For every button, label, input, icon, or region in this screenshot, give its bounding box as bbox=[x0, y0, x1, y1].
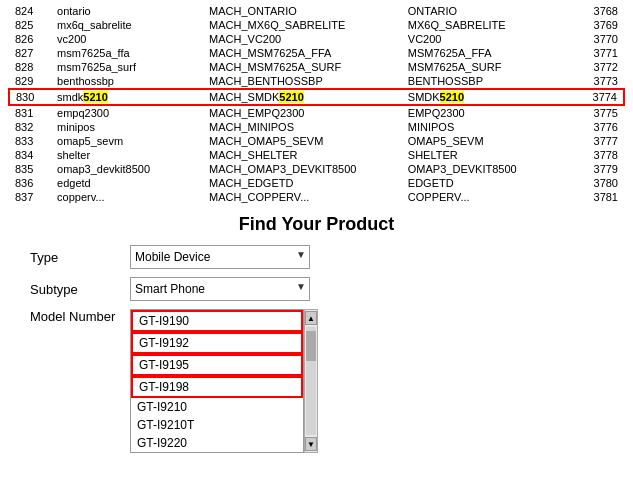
data-table-section: 824ontarioMACH_ONTARIOONTARIO3768825mx6q… bbox=[0, 0, 633, 208]
type-select[interactable]: Mobile DeviceDesktopLaptopTablet bbox=[130, 245, 310, 269]
row-num: 833 bbox=[9, 134, 51, 148]
row-name: omap5_sevm bbox=[51, 134, 203, 148]
row-id: 3775 bbox=[566, 105, 625, 120]
table-row: 832miniposMACH_MINIPOSMINIPOS3776 bbox=[9, 120, 624, 134]
row-id: 3778 bbox=[566, 148, 625, 162]
row-id: 3780 bbox=[566, 176, 625, 190]
row-short: MINIPOS bbox=[402, 120, 566, 134]
table-row: 830smdk5210MACH_SMDK5210SMDK52103774 bbox=[9, 89, 624, 105]
table-row: 827msm7625a_ffaMACH_MSM7625A_FFAMSM7625A… bbox=[9, 46, 624, 60]
row-short: EDGETD bbox=[402, 176, 566, 190]
type-label: Type bbox=[20, 250, 130, 265]
row-num: 825 bbox=[9, 18, 51, 32]
table-row: 826vc200MACH_VC200VC2003770 bbox=[9, 32, 624, 46]
table-row: 824ontarioMACH_ONTARIOONTARIO3768 bbox=[9, 4, 624, 18]
row-mach: MACH_EMPQ2300 bbox=[203, 105, 402, 120]
row-num: 830 bbox=[9, 89, 51, 105]
row-num: 828 bbox=[9, 60, 51, 74]
table-row: 831empq2300MACH_EMPQ2300EMPQ23003775 bbox=[9, 105, 624, 120]
row-num: 837 bbox=[9, 190, 51, 204]
scrollbar-track bbox=[306, 327, 316, 435]
row-short: EMPQ2300 bbox=[402, 105, 566, 120]
list-item[interactable]: GT-I9192 bbox=[131, 332, 303, 354]
row-name: vc200 bbox=[51, 32, 203, 46]
row-mach: MACH_ONTARIO bbox=[203, 4, 402, 18]
row-name: omap3_devkit8500 bbox=[51, 162, 203, 176]
row-id: 3770 bbox=[566, 32, 625, 46]
row-short: MX6Q_SABRELITE bbox=[402, 18, 566, 32]
scrollbar-thumb[interactable] bbox=[306, 331, 316, 361]
row-name: shelter bbox=[51, 148, 203, 162]
row-num: 827 bbox=[9, 46, 51, 60]
find-product-section: Find Your Product Type Mobile DeviceDesk… bbox=[0, 214, 633, 453]
row-mach: MACH_MINIPOS bbox=[203, 120, 402, 134]
row-id: 3768 bbox=[566, 4, 625, 18]
table-row: 836edgetdMACH_EDGETDEDGETD3780 bbox=[9, 176, 624, 190]
list-item[interactable]: GT-I9210 bbox=[131, 398, 303, 416]
subtype-label: Subtype bbox=[20, 282, 130, 297]
row-id: 3781 bbox=[566, 190, 625, 204]
row-num: 829 bbox=[9, 74, 51, 89]
row-id: 3779 bbox=[566, 162, 625, 176]
row-name: msm7625a_surf bbox=[51, 60, 203, 74]
row-name: msm7625a_ffa bbox=[51, 46, 203, 60]
highlight-text: 5210 bbox=[279, 91, 303, 103]
row-name: empq2300 bbox=[51, 105, 203, 120]
row-mach: MACH_COPPERV... bbox=[203, 190, 402, 204]
row-num: 826 bbox=[9, 32, 51, 46]
row-num: 831 bbox=[9, 105, 51, 120]
table-row: 835omap3_devkit8500MACH_OMAP3_DEVKIT8500… bbox=[9, 162, 624, 176]
row-name: minipos bbox=[51, 120, 203, 134]
list-item[interactable]: GT-I9210T bbox=[131, 416, 303, 434]
row-mach: MACH_OMAP3_DEVKIT8500 bbox=[203, 162, 402, 176]
subtype-row: Subtype Smart PhoneFeature PhoneOther bbox=[20, 277, 613, 301]
row-name: ontario bbox=[51, 4, 203, 18]
row-short: BENTHOSSBP bbox=[402, 74, 566, 89]
table-row: 837copperv...MACH_COPPERV...COPPERV...37… bbox=[9, 190, 624, 204]
row-short: SMDK5210 bbox=[402, 89, 566, 105]
scrollbar-up-button[interactable]: ▲ bbox=[305, 311, 317, 325]
row-short: OMAP5_SEVM bbox=[402, 134, 566, 148]
row-mach: MACH_EDGETD bbox=[203, 176, 402, 190]
row-num: 835 bbox=[9, 162, 51, 176]
model-listbox[interactable]: GT-I9190GT-I9192GT-I9195GT-I9198GT-I9210… bbox=[130, 309, 304, 453]
list-item[interactable]: GT-I9195 bbox=[131, 354, 303, 376]
find-product-title: Find Your Product bbox=[20, 214, 613, 235]
row-id: 3769 bbox=[566, 18, 625, 32]
row-mach: MACH_OMAP5_SEVM bbox=[203, 134, 402, 148]
list-item[interactable]: GT-I9220 bbox=[131, 434, 303, 452]
row-name: edgetd bbox=[51, 176, 203, 190]
row-name: copperv... bbox=[51, 190, 203, 204]
row-short: MSM7625A_SURF bbox=[402, 60, 566, 74]
row-name: benthossbp bbox=[51, 74, 203, 89]
highlight-text: 5210 bbox=[440, 91, 464, 103]
row-mach: MACH_SHELTER bbox=[203, 148, 402, 162]
type-select-wrapper[interactable]: Mobile DeviceDesktopLaptopTablet bbox=[130, 245, 310, 269]
scrollbar-down-button[interactable]: ▼ bbox=[305, 437, 317, 451]
row-num: 836 bbox=[9, 176, 51, 190]
type-row: Type Mobile DeviceDesktopLaptopTablet bbox=[20, 245, 613, 269]
subtype-select-wrapper[interactable]: Smart PhoneFeature PhoneOther bbox=[130, 277, 310, 301]
row-id: 3771 bbox=[566, 46, 625, 60]
subtype-select[interactable]: Smart PhoneFeature PhoneOther bbox=[130, 277, 310, 301]
row-num: 832 bbox=[9, 120, 51, 134]
model-listbox-wrap: GT-I9190GT-I9192GT-I9195GT-I9198GT-I9210… bbox=[130, 309, 318, 453]
row-id: 3773 bbox=[566, 74, 625, 89]
table-row: 829benthossbpMACH_BENTHOSSBPBENTHOSSBP37… bbox=[9, 74, 624, 89]
table-row: 825mx6q_sabreliteMACH_MX6Q_SABRELITEMX6Q… bbox=[9, 18, 624, 32]
list-item[interactable]: GT-I9190 bbox=[131, 310, 303, 332]
highlight-text: 5210 bbox=[83, 91, 107, 103]
table-row: 833omap5_sevmMACH_OMAP5_SEVMOMAP5_SEVM37… bbox=[9, 134, 624, 148]
machine-table: 824ontarioMACH_ONTARIOONTARIO3768825mx6q… bbox=[8, 4, 625, 204]
row-short: SHELTER bbox=[402, 148, 566, 162]
row-id: 3772 bbox=[566, 60, 625, 74]
row-short: OMAP3_DEVKIT8500 bbox=[402, 162, 566, 176]
row-mach: MACH_MX6Q_SABRELITE bbox=[203, 18, 402, 32]
model-label: Model Number bbox=[20, 309, 130, 324]
row-id: 3776 bbox=[566, 120, 625, 134]
model-scrollbar[interactable]: ▲ ▼ bbox=[304, 309, 318, 453]
model-number-row: Model Number GT-I9190GT-I9192GT-I9195GT-… bbox=[20, 309, 613, 453]
table-row: 828msm7625a_surfMACH_MSM7625A_SURFMSM762… bbox=[9, 60, 624, 74]
list-item[interactable]: GT-I9198 bbox=[131, 376, 303, 398]
row-num: 834 bbox=[9, 148, 51, 162]
